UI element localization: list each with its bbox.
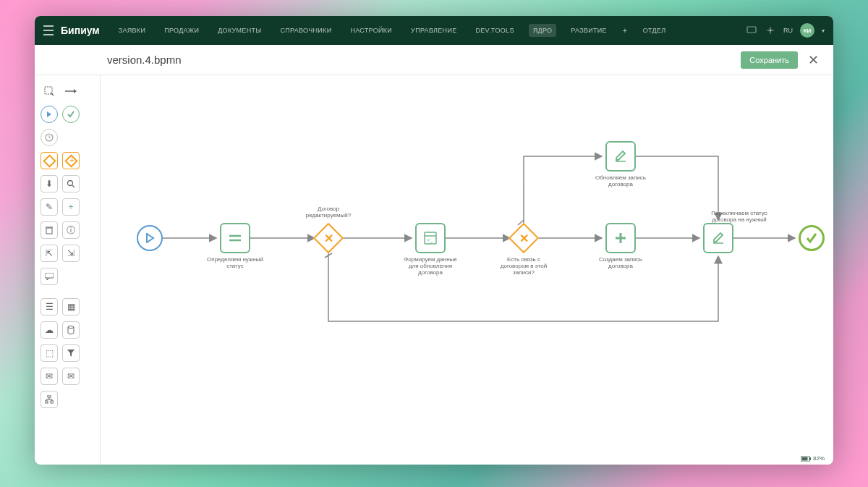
task-form-data[interactable]: >_ <box>415 223 446 253</box>
list-icon[interactable]: ☰ <box>41 298 58 316</box>
gateway-label: Договор редактируемый? <box>299 206 357 219</box>
svg-text:>_: >_ <box>427 237 433 243</box>
end-event[interactable] <box>799 225 825 251</box>
parallel-gateway-icon[interactable]: + <box>62 152 80 169</box>
dropdown-icon[interactable]: ▾ <box>822 27 825 34</box>
svg-rect-8 <box>46 228 52 234</box>
svg-rect-12 <box>48 395 51 397</box>
timer-event-icon[interactable] <box>41 129 58 146</box>
task-create-record[interactable] <box>605 223 636 253</box>
nav-item[interactable]: ЗАЯВКИ <box>114 24 150 37</box>
lang-switch[interactable]: RU <box>783 27 793 34</box>
lasso-tool-icon[interactable] <box>41 82 58 100</box>
tool-palette: + ⬇ ✎+ ⓘ ⇱⇲ ☰▦ ☁ ⬚ ✉✉ <box>35 75 100 465</box>
svg-point-11 <box>68 326 74 328</box>
filename: version.4.bpmn <box>107 54 182 66</box>
svg-line-7 <box>72 185 75 187</box>
task-label: Определяем нужный статус <box>206 256 264 269</box>
svg-point-6 <box>68 181 73 186</box>
export-icon[interactable]: ⇱ <box>41 245 58 262</box>
mail-out-icon[interactable]: ✉ <box>41 368 58 385</box>
edit-icon[interactable]: ✎ <box>41 198 58 216</box>
task-merge[interactable] <box>703 223 733 253</box>
comment-icon[interactable] <box>41 268 58 285</box>
bpmn-canvas[interactable]: Определяем нужный статус ✕ Договор редак… <box>100 75 833 465</box>
end-label: Переключаем статус договора на нужный <box>710 210 768 223</box>
svg-line-5 <box>49 137 51 138</box>
nav-item[interactable]: ПРОДАЖИ <box>160 24 203 37</box>
cloud-icon[interactable]: ☁ <box>41 321 58 339</box>
end-event-icon[interactable] <box>62 106 80 123</box>
exclusive-gateway-icon[interactable] <box>41 152 58 169</box>
battery-indicator: 82% <box>801 455 825 462</box>
task-label: Создаем запись договора <box>592 256 650 269</box>
gateway-label: Есть связь с договором в этой записи? <box>495 256 553 276</box>
load-icon[interactable]: ⬇ <box>41 175 58 192</box>
close-icon[interactable]: ✕ <box>808 52 819 68</box>
svg-rect-0 <box>747 27 756 33</box>
topbar: Бипиум ЗАЯВКИ ПРОДАЖИ ДОКУМЕНТЫ СПРАВОЧН… <box>35 16 833 45</box>
mail-in-icon[interactable]: ✉ <box>62 368 80 385</box>
plus-icon[interactable]: + <box>623 27 627 35</box>
gateway-has-link[interactable]: ✕ <box>509 223 539 253</box>
create-icon[interactable]: + <box>62 198 80 216</box>
task-define-status[interactable] <box>220 223 250 253</box>
nav-item[interactable]: DEV.TOOLS <box>471 24 518 37</box>
avatar[interactable]: КИ <box>800 23 814 38</box>
info-icon[interactable]: ⓘ <box>62 221 80 239</box>
chat-icon[interactable] <box>746 25 757 36</box>
map-icon[interactable]: ⬚ <box>41 344 58 362</box>
svg-rect-38 <box>809 457 811 460</box>
svg-rect-10 <box>45 273 54 278</box>
hamburger-icon[interactable] <box>43 25 54 35</box>
nav-item[interactable]: ЯДРО <box>529 24 557 37</box>
database-icon[interactable] <box>62 321 80 339</box>
nav-item[interactable]: НАСТРОЙКИ <box>346 24 396 37</box>
subheader: version.4.bpmn Сохранить ✕ <box>35 45 833 75</box>
svg-rect-39 <box>801 457 807 460</box>
svg-rect-14 <box>51 401 54 403</box>
save-button[interactable]: Сохранить <box>741 51 798 69</box>
svg-line-27 <box>325 253 332 258</box>
grid-icon[interactable]: ▦ <box>62 298 80 316</box>
nav-item[interactable]: СПРАВОЧНИКИ <box>276 24 336 37</box>
sparkle-icon[interactable] <box>765 25 776 36</box>
task-label: Формируем данные для обновления договора <box>401 256 459 276</box>
nav-item[interactable]: УПРАВЛЕНИЕ <box>407 24 461 37</box>
start-event[interactable] <box>137 225 163 251</box>
import-icon[interactable]: ⇲ <box>62 245 80 262</box>
logo: Бипиум <box>61 25 100 36</box>
connect-tool-icon[interactable] <box>62 82 80 100</box>
start-event-icon[interactable] <box>41 106 58 123</box>
nav-item[interactable]: ДОКУМЕНТЫ <box>213 24 265 37</box>
nav-item[interactable]: РАЗВИТИЕ <box>566 24 611 37</box>
nav: ЗАЯВКИ ПРОДАЖИ ДОКУМЕНТЫ СПРАВОЧНИКИ НАС… <box>114 24 671 37</box>
search-icon[interactable] <box>62 175 80 192</box>
task-label: Обновляем запись договора <box>592 174 650 187</box>
hierarchy-icon[interactable] <box>41 391 58 408</box>
nav-item[interactable]: ОТДЕЛ <box>639 24 671 37</box>
delete-icon[interactable] <box>41 221 58 239</box>
svg-rect-13 <box>45 401 48 403</box>
filter-icon[interactable] <box>62 344 80 362</box>
task-update-record[interactable] <box>605 141 636 171</box>
gateway-editable[interactable]: ✕ <box>313 223 344 253</box>
